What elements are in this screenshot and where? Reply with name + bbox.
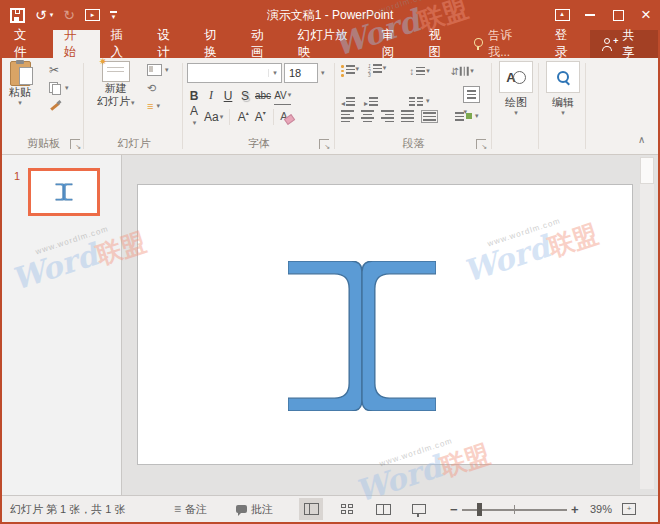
paste-dropdown-icon[interactable]: ▾ (18, 99, 22, 107)
smartart-icon (455, 112, 464, 121)
zoom-slider-thumb[interactable] (477, 503, 482, 516)
slideshow-view-button[interactable] (407, 498, 431, 520)
scrollbar-thumb[interactable] (640, 157, 654, 184)
decrease-indent-button[interactable] (341, 95, 355, 109)
bullets-icon (341, 65, 344, 77)
font-color-letter: A (190, 106, 198, 117)
clipboard-dialog-launcher[interactable] (70, 139, 80, 149)
normal-view-button[interactable] (299, 498, 323, 520)
cut-button[interactable] (49, 63, 69, 77)
new-slide-label-1: 新建 (105, 82, 127, 95)
collapse-ribbon-button[interactable] (638, 132, 645, 146)
slide-sorter-button[interactable] (335, 498, 359, 520)
tab-insert[interactable]: 插入 (100, 30, 147, 58)
sign-in-button[interactable]: 登录 (544, 30, 591, 58)
font-size-dropdown-icon[interactable]: ▾ (321, 69, 325, 77)
start-slideshow-button[interactable] (85, 9, 100, 21)
section-button[interactable] (147, 99, 169, 113)
bold-button[interactable]: B (187, 87, 201, 105)
strikethrough-button[interactable]: abc (255, 87, 271, 105)
align-center-button[interactable] (361, 110, 374, 122)
double-bracket-shape[interactable] (288, 261, 436, 411)
comments-button[interactable]: 批注 (236, 496, 273, 522)
drawing-dropdown-icon[interactable]: ▾ (514, 109, 518, 117)
group-editing: 编辑 ▾ (539, 58, 586, 154)
drawing-button[interactable]: 绘图 ▾ (499, 61, 533, 117)
layout-button[interactable] (147, 63, 169, 77)
paste-button[interactable]: 粘贴 ▾ (9, 61, 31, 107)
font-size-combo[interactable]: 18 (284, 63, 318, 83)
notes-button[interactable]: 备注 (174, 496, 207, 522)
distribute-button[interactable] (421, 110, 438, 123)
customize-qat-button[interactable] (110, 11, 117, 19)
slide-thumbnail[interactable] (28, 168, 100, 216)
numbering-button[interactable]: 123 (368, 64, 386, 78)
minimize-button[interactable] (576, 0, 604, 30)
tab-file[interactable]: 文件 (0, 30, 53, 58)
increase-indent-button[interactable] (364, 95, 378, 109)
tab-home[interactable]: 开始 (53, 30, 100, 58)
section-icon (147, 99, 153, 113)
clear-formatting-button[interactable] (280, 108, 294, 126)
ribbon-display-options-button[interactable] (548, 0, 576, 30)
window-border-left (0, 0, 2, 524)
increase-font-size-button[interactable]: A (236, 108, 250, 126)
zoom-level[interactable]: 39% (590, 496, 612, 522)
text-direction-button[interactable] (451, 64, 474, 78)
slide[interactable] (137, 184, 633, 465)
font-color-button[interactable]: A (187, 108, 201, 126)
justify-button[interactable] (401, 110, 414, 122)
fit-to-window-button[interactable] (622, 496, 636, 522)
zoom-slider-tick (514, 505, 515, 514)
eraser-icon (280, 110, 294, 124)
tab-view[interactable]: 视图 (417, 30, 464, 58)
tab-design[interactable]: 设计 (146, 30, 193, 58)
new-slide-label-2: 幻灯片 (97, 95, 135, 109)
paragraph-group-label: 段落 (335, 136, 492, 151)
smartart-button[interactable] (455, 112, 479, 121)
slides-group-label: 幻灯片 (85, 136, 183, 151)
tab-animations[interactable]: 动画 (240, 30, 287, 58)
share-button[interactable]: +共享 (590, 30, 658, 58)
editing-dropdown-icon[interactable]: ▾ (561, 109, 565, 117)
editing-button[interactable]: 编辑 ▾ (546, 61, 580, 117)
italic-button[interactable]: I (204, 87, 218, 105)
save-icon (10, 8, 25, 23)
close-button[interactable] (632, 0, 660, 30)
reset-button[interactable] (147, 81, 169, 95)
font-group-label: 字体 (183, 136, 335, 151)
layout-icon (147, 64, 162, 76)
paragraph-dialog-launcher[interactable] (476, 139, 486, 149)
font-dialog-launcher[interactable] (319, 139, 329, 149)
ribbon-display-options-icon (555, 9, 570, 21)
line-spacing-button[interactable] (409, 64, 430, 78)
columns-button[interactable] (409, 97, 430, 106)
undo-button[interactable] (35, 7, 53, 23)
character-spacing-button[interactable]: AV (274, 86, 291, 105)
new-slide-button[interactable]: 新建 幻灯片 (97, 61, 135, 109)
tab-review[interactable]: 审阅 (371, 30, 418, 58)
format-painter-button[interactable] (49, 99, 69, 113)
bullets-button[interactable] (341, 65, 359, 77)
zoom-out-button[interactable]: − (450, 496, 458, 522)
text-shadow-button[interactable]: S (238, 87, 252, 105)
vertical-scrollbar[interactable] (640, 157, 654, 489)
change-case-button[interactable]: Aa (204, 108, 223, 126)
tell-me-box[interactable]: 告诉我... (464, 30, 543, 58)
maximize-button[interactable] (604, 0, 632, 30)
zoom-in-button[interactable]: + (571, 496, 579, 522)
align-left-button[interactable] (341, 110, 354, 122)
numbering-icon: 123 (368, 64, 371, 78)
copy-button[interactable] (49, 81, 69, 95)
save-button[interactable] (10, 8, 25, 23)
decrease-font-size-button[interactable]: A (253, 108, 267, 126)
reading-view-button[interactable] (371, 498, 395, 520)
font-name-combo[interactable]: ▾ (187, 63, 282, 83)
redo-button[interactable] (63, 7, 75, 23)
align-right-button[interactable] (381, 110, 394, 122)
tab-slideshow[interactable]: 幻灯片放映 (287, 30, 371, 58)
slideshow-view-icon (412, 504, 426, 514)
chevron-down-icon[interactable]: ▾ (268, 69, 281, 77)
underline-button[interactable]: U (221, 87, 235, 105)
tab-transitions[interactable]: 切换 (193, 30, 240, 58)
